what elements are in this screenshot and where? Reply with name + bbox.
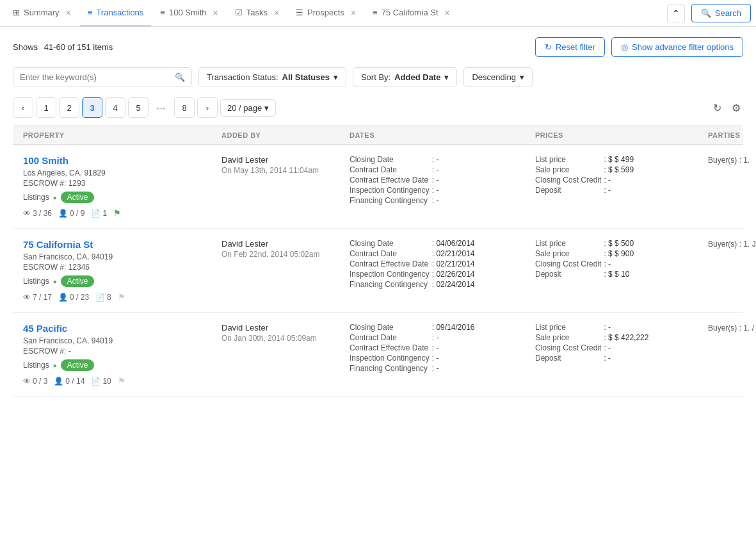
checkbox-icon: ☑ bbox=[235, 8, 243, 17]
sort-dir-chevron: ▾ bbox=[520, 72, 524, 82]
settings-btn[interactable]: ⚙ bbox=[729, 99, 743, 117]
page-3-btn[interactable]: 3 bbox=[82, 97, 102, 118]
list-icon-3: ≡ bbox=[373, 8, 378, 17]
tab-100smith-close[interactable]: × bbox=[213, 8, 218, 18]
status-filter-chevron: ▾ bbox=[334, 72, 338, 82]
closing-date-val-75ca: : 04/06/2014 bbox=[432, 239, 535, 248]
sort-dir-value: Descending bbox=[472, 72, 516, 82]
status-filter[interactable]: Transaction Status: All Statuses ▾ bbox=[198, 67, 346, 87]
property-cell-75california: 75 California St San Francisco, CA, 9401… bbox=[23, 239, 221, 302]
docs-value-75california: 8 bbox=[107, 293, 111, 302]
main-content: Shows 41-60 of 151 items ↻ Reset filter … bbox=[0, 27, 756, 533]
tab-prospects-close[interactable]: × bbox=[351, 8, 356, 18]
property-icons-45pacific: 👁 0 / 3 👤 0 / 14 📄 10 ⚑ bbox=[23, 376, 221, 386]
list-icon: ≡ bbox=[88, 8, 93, 17]
page-size-value: 20 / page bbox=[227, 103, 262, 113]
sale-price-val-45p: : $ $ 422,222 bbox=[604, 333, 708, 342]
property-escrow-45pacific: ESCROW #: - bbox=[23, 347, 221, 356]
deposit-val-45p: : - bbox=[604, 354, 708, 363]
listings-label-75california: Listings bbox=[23, 277, 49, 286]
sort-chevron: ▾ bbox=[444, 72, 449, 82]
inspection-val-75ca: : 02/26/2014 bbox=[432, 270, 535, 279]
tab-tasks-close[interactable]: × bbox=[274, 8, 279, 18]
effective-date-label-45p: Contract Effective Date bbox=[350, 343, 430, 352]
pagination-actions: ↻ ⚙ bbox=[711, 99, 743, 117]
contacts-value-75california: 0 / 23 bbox=[70, 293, 89, 302]
status-filter-prefix: Transaction Status: bbox=[207, 72, 278, 82]
list-price-label-45p: List price bbox=[535, 323, 601, 332]
property-status-row-100smith: Listings ● Active bbox=[23, 192, 221, 203]
page-prev-btn[interactable]: ‹ bbox=[13, 97, 33, 118]
tab-search-button[interactable]: 🔍 Search bbox=[691, 4, 751, 22]
page-2-btn[interactable]: 2 bbox=[59, 97, 79, 118]
tab-100smith-label: 100 Smith bbox=[169, 8, 207, 17]
closing-date-label-45p: Closing Date bbox=[350, 323, 430, 332]
added-by-name-45pacific: David Lester bbox=[221, 323, 350, 332]
eye-icon-100smith: 👁 bbox=[23, 209, 31, 218]
page-8-btn[interactable]: 8 bbox=[174, 97, 195, 118]
added-by-name-100smith: David Lester bbox=[221, 155, 350, 165]
closing-cost-val-75ca: : - bbox=[604, 259, 708, 268]
contract-date-val-100smith: : - bbox=[432, 165, 535, 174]
financing-val-45p: : - bbox=[432, 364, 535, 373]
tab-75california[interactable]: ≡ 75 California St × bbox=[365, 0, 458, 27]
page-1-btn[interactable]: 1 bbox=[36, 97, 56, 118]
financing-label-75ca: Financing Contingency bbox=[350, 280, 430, 289]
person-icon-100smith: 👤 bbox=[58, 209, 68, 218]
prices-cell-100smith: List price : $ $ 499 Sale price : $ $ 59… bbox=[535, 155, 708, 195]
refresh-btn[interactable]: ↻ bbox=[711, 99, 724, 117]
property-status-row-45pacific: Listings ● Active bbox=[23, 359, 221, 371]
tab-100smith[interactable]: ≡ 100 Smith × bbox=[152, 0, 225, 27]
closing-cost-label-100smith: Closing Cost Credit bbox=[535, 176, 601, 184]
page-5-btn[interactable]: 5 bbox=[128, 97, 149, 118]
views-icon-45pacific: 👁 0 / 3 bbox=[23, 377, 47, 386]
property-name-100smith[interactable]: 100 Smith bbox=[23, 155, 221, 166]
effective-date-val-100smith: : - bbox=[432, 176, 535, 184]
pagination: ‹ 1 2 3 4 5 ··· 8 › 20 / page ▾ bbox=[13, 97, 276, 118]
page-size-select[interactable]: 20 / page ▾ bbox=[220, 99, 276, 117]
contacts-value-45pacific: 0 / 14 bbox=[65, 377, 84, 386]
status-filter-value: All Statuses bbox=[282, 72, 330, 82]
closing-cost-label-75ca: Closing Cost Credit bbox=[535, 259, 601, 268]
property-name-75california[interactable]: 75 California St bbox=[23, 239, 221, 250]
tab-prospects[interactable]: ☰ Prospects × bbox=[288, 0, 364, 27]
status-badge-100smith: Active bbox=[61, 192, 95, 203]
deposit-label-45p: Deposit bbox=[535, 354, 601, 363]
sort-by-select[interactable]: Sort By: Added Date ▾ bbox=[353, 67, 457, 87]
page-next-btn[interactable]: › bbox=[197, 97, 218, 118]
buyer-label-75ca: Buyer(s) : 1. J bbox=[708, 240, 756, 249]
added-by-date-100smith: On May 13th, 2014 11:04am bbox=[221, 166, 350, 175]
views-value-100smith: 3 / 36 bbox=[33, 209, 52, 218]
added-by-cell-45pacific: David Lester On Jan 30th, 2014 05:09am bbox=[221, 323, 350, 343]
contract-date-label-100smith: Contract Date bbox=[350, 165, 430, 174]
table-row: 45 Pacific San Francisco, CA, 94019 ESCR… bbox=[13, 313, 743, 397]
tab-transactions[interactable]: ≡ Transactions bbox=[80, 0, 152, 27]
inspection-label-45p: Inspection Contingency bbox=[350, 354, 430, 363]
property-name-45pacific[interactable]: 45 Pacific bbox=[23, 323, 221, 334]
parties-cell-45pacific: Buyer(s) : 1. / bbox=[708, 323, 756, 332]
tab-collapse-btn[interactable]: ⌃ bbox=[667, 4, 685, 22]
page-4-btn[interactable]: 4 bbox=[105, 97, 125, 118]
toolbar: Shows 41-60 of 151 items ↻ Reset filter … bbox=[13, 37, 743, 57]
keyword-search-box[interactable]: 🔍 bbox=[13, 67, 192, 87]
views-value-45pacific: 0 / 3 bbox=[33, 377, 47, 386]
listings-label-45pacific: Listings bbox=[23, 361, 49, 370]
property-escrow-75california: ESCROW #: 12346 bbox=[23, 263, 221, 272]
tab-tasks-label: Tasks bbox=[246, 8, 268, 17]
tab-tasks[interactable]: ☑ Tasks × bbox=[227, 0, 287, 27]
added-by-cell-75california: David Lester On Feb 22nd, 2014 05:02am bbox=[221, 239, 350, 259]
effective-date-val-45p: : - bbox=[432, 343, 535, 352]
list-price-label-75ca: List price bbox=[535, 239, 601, 248]
deposit-val-75ca: : $ $ 10 bbox=[604, 270, 708, 279]
keyword-search-input[interactable] bbox=[20, 72, 171, 82]
sale-price-val-75ca: : $ $ 900 bbox=[604, 249, 708, 258]
tab-summary[interactable]: ⊞ Summary × bbox=[5, 0, 79, 27]
dates-cell-45pacific: Closing Date : 09/14/2016 Contract Date … bbox=[350, 323, 535, 373]
tab-summary-close[interactable]: × bbox=[66, 8, 71, 18]
show-advance-filter-button[interactable]: ◎ Show advance filter options bbox=[611, 37, 743, 57]
search-magnifier-icon: 🔍 bbox=[175, 72, 185, 82]
sort-direction[interactable]: Descending ▾ bbox=[463, 67, 533, 87]
tab-75california-close[interactable]: × bbox=[445, 8, 450, 18]
reset-filter-button[interactable]: ↻ Reset filter bbox=[535, 37, 605, 57]
col-property: PROPERTY bbox=[23, 131, 221, 139]
